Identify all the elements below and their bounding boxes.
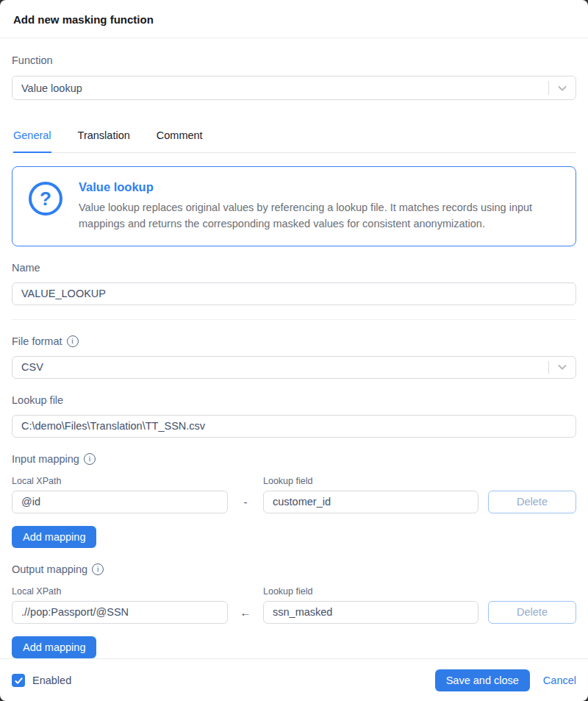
input-mapping-lookup-field-input[interactable] bbox=[263, 491, 478, 513]
input-mapping-column-labels: Local XPath Lookup field bbox=[12, 476, 576, 486]
input-mapping-delete-button[interactable]: Delete bbox=[488, 491, 576, 513]
output-mapping-column-labels: Local XPath Lookup field bbox=[12, 586, 576, 597]
chevron-down-icon bbox=[556, 361, 568, 373]
local-xpath-column-label: Local XPath bbox=[12, 586, 228, 597]
mapping-arrow-left: ← bbox=[228, 606, 263, 619]
output-mapping-row: ← Delete bbox=[12, 601, 576, 624]
mapping-separator: - bbox=[228, 496, 263, 508]
output-mapping-label-text: Output mapping bbox=[12, 563, 87, 575]
input-mapping-label-text: Input mapping bbox=[12, 453, 79, 465]
info-circle-icon[interactable]: i bbox=[67, 335, 79, 347]
output-mapping-label: Output mapping i bbox=[12, 563, 576, 575]
output-mapping-local-xpath-input[interactable] bbox=[12, 601, 228, 624]
dialog-body: Function Value lookup General Translatio… bbox=[0, 38, 588, 658]
input-mapping-local-xpath-input[interactable] bbox=[12, 491, 228, 513]
save-and-close-button[interactable]: Save and close bbox=[435, 669, 530, 691]
file-format-select[interactable]: CSV bbox=[12, 356, 576, 379]
tab-bar: General Translation Comment bbox=[12, 125, 576, 153]
section-divider bbox=[12, 319, 576, 320]
info-box-description: Value lookup replaces original values by… bbox=[79, 200, 564, 232]
info-circle-icon[interactable]: i bbox=[92, 563, 104, 575]
lookup-file-label: Lookup file bbox=[12, 394, 576, 406]
function-info-box: ? Value lookup Value lookup replaces ori… bbox=[12, 166, 576, 246]
dialog-header: Add new masking function bbox=[0, 0, 588, 38]
input-mapping-label: Input mapping i bbox=[12, 453, 576, 465]
select-divider bbox=[548, 81, 549, 95]
dialog-footer: Enabled Save and close Cancel bbox=[0, 658, 588, 701]
function-select[interactable]: Value lookup bbox=[12, 76, 576, 100]
local-xpath-column-label: Local XPath bbox=[12, 476, 228, 486]
input-mapping-add-button[interactable]: Add mapping bbox=[12, 526, 96, 548]
lookup-field-column-label: Lookup field bbox=[263, 586, 478, 597]
tab-general[interactable]: General bbox=[13, 125, 51, 153]
file-format-label: File format i bbox=[12, 335, 576, 347]
output-mapping-add-button[interactable]: Add mapping bbox=[12, 636, 96, 658]
input-mapping-row: - Delete bbox=[12, 491, 576, 513]
add-masking-function-dialog: Add new masking function Function Value … bbox=[0, 0, 588, 701]
info-box-title: Value lookup bbox=[79, 180, 564, 194]
lookup-file-input[interactable] bbox=[12, 415, 576, 438]
enabled-label: Enabled bbox=[32, 675, 71, 686]
name-input[interactable] bbox=[12, 282, 576, 305]
footer-actions: Save and close Cancel bbox=[435, 669, 576, 691]
lookup-field-column-label: Lookup field bbox=[263, 476, 478, 486]
dialog-title: Add new masking function bbox=[13, 13, 575, 26]
tab-comment[interactable]: Comment bbox=[157, 125, 203, 153]
function-select-value: Value lookup bbox=[21, 82, 82, 94]
file-format-select-value: CSV bbox=[21, 361, 43, 373]
question-mark-icon: ? bbox=[29, 182, 62, 216]
enabled-checkbox[interactable] bbox=[12, 674, 25, 687]
file-format-label-text: File format bbox=[12, 335, 62, 347]
select-divider bbox=[548, 361, 549, 374]
name-label: Name bbox=[12, 262, 576, 274]
tab-translation[interactable]: Translation bbox=[78, 125, 130, 153]
output-mapping-delete-button[interactable]: Delete bbox=[488, 601, 576, 624]
cancel-link[interactable]: Cancel bbox=[543, 675, 576, 686]
chevron-down-icon bbox=[556, 82, 568, 94]
function-label: Function bbox=[12, 54, 576, 66]
output-mapping-lookup-field-input[interactable] bbox=[263, 601, 478, 624]
info-text-block: Value lookup Value lookup replaces origi… bbox=[79, 180, 564, 232]
info-circle-icon[interactable]: i bbox=[84, 453, 96, 465]
checkmark-icon bbox=[15, 677, 23, 685]
